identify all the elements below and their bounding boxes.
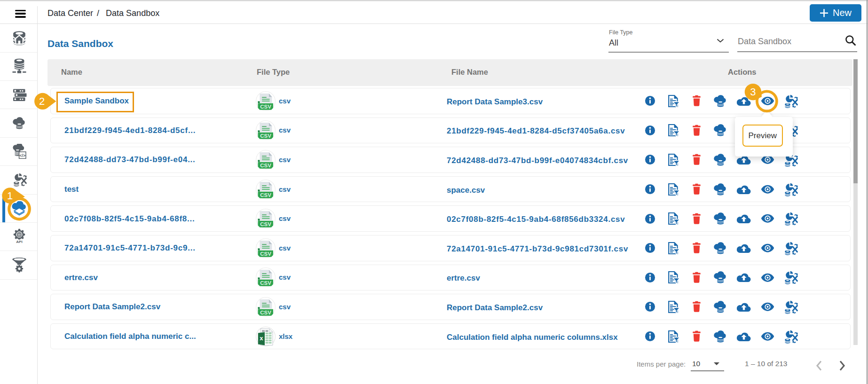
svg-text:2: 2 <box>39 95 45 107</box>
svg-text:3: 3 <box>750 86 756 98</box>
svg-text:</>: </> <box>19 153 25 158</box>
svg-text:API: API <box>16 240 22 244</box>
svg-text:1: 1 <box>7 190 13 202</box>
